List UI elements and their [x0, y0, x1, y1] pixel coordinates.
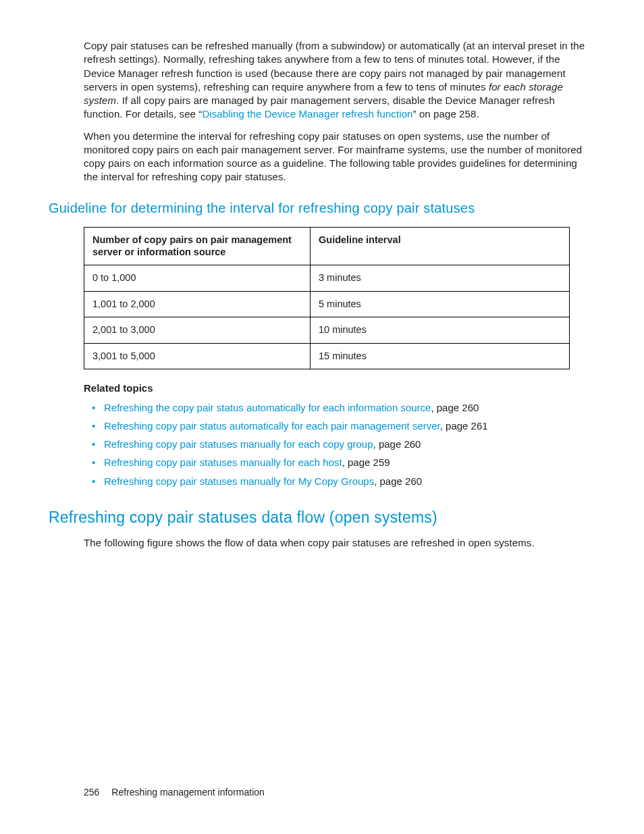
related-link[interactable]: Refreshing copy pair statuses manually f… — [104, 457, 342, 468]
table-cell: 2,001 to 3,000 — [84, 317, 311, 344]
list-item: Refreshing copy pair statuses manually f… — [96, 438, 597, 451]
related-tail: , page 260 — [431, 402, 479, 413]
related-tail: , page 261 — [440, 420, 488, 432]
page-footer: 256Refreshing management information — [84, 786, 265, 799]
table-row: 3,001 to 5,000 15 minutes — [84, 343, 570, 369]
table-cell: 10 minutes — [311, 317, 570, 344]
related-tail: , page 260 — [374, 475, 422, 487]
table-cell: 5 minutes — [311, 291, 570, 317]
link-disabling-refresh[interactable]: Disabling the Device Manager refresh fun… — [202, 108, 412, 120]
table-row: 0 to 1,000 3 minutes — [84, 265, 570, 292]
related-link[interactable]: Refreshing copy pair statuses manually f… — [104, 438, 373, 450]
document-page: Copy pair statuses can be refreshed manu… — [0, 0, 644, 834]
heading-data-flow: Refreshing copy pair statuses data flow … — [49, 507, 597, 528]
related-link[interactable]: Refreshing the copy pair status automati… — [104, 402, 431, 413]
paragraph-2: When you determine the interval for refr… — [84, 130, 594, 184]
table-cell: 0 to 1,000 — [84, 265, 311, 292]
related-topics-heading: Related topics — [84, 382, 597, 395]
para1-text3: ” on page 258. — [413, 108, 479, 120]
list-item: Refreshing copy pair status automaticall… — [96, 419, 597, 433]
table-cell: 3,001 to 5,000 — [84, 343, 311, 369]
paragraph-block-3: The following figure shows the flow of d… — [84, 536, 594, 550]
table-cell: 1,001 to 2,000 — [84, 291, 311, 317]
paragraph-3: The following figure shows the flow of d… — [84, 536, 594, 550]
heading-guideline-interval: Guideline for determining the interval f… — [49, 199, 597, 217]
paragraph-block-1: Copy pair statuses can be refreshed manu… — [84, 39, 594, 184]
table-row: 1,001 to 2,000 5 minutes — [84, 291, 570, 317]
guideline-table: Number of copy pairs on pair management … — [84, 227, 570, 370]
footer-title: Refreshing management information — [111, 787, 264, 798]
table-cell: 3 minutes — [311, 265, 570, 292]
related-tail: , page 259 — [342, 457, 390, 468]
paragraph-1: Copy pair statuses can be refreshed manu… — [84, 39, 594, 122]
related-link[interactable]: Refreshing copy pair statuses manually f… — [104, 475, 374, 487]
table-row: 2,001 to 3,000 10 minutes — [84, 317, 570, 344]
table-header-2: Guideline interval — [311, 227, 570, 265]
list-item: Refreshing copy pair statuses manually f… — [96, 456, 597, 469]
related-link[interactable]: Refreshing copy pair status automaticall… — [104, 420, 440, 432]
page-number: 256 — [84, 787, 99, 798]
table-header-1: Number of copy pairs on pair management … — [84, 227, 311, 265]
table-cell: 15 minutes — [311, 343, 570, 369]
related-topics-list: Refreshing the copy pair status automati… — [84, 401, 597, 488]
list-item: Refreshing copy pair statuses manually f… — [96, 475, 597, 488]
table-header-row: Number of copy pairs on pair management … — [84, 227, 570, 265]
list-item: Refreshing the copy pair status automati… — [96, 401, 597, 415]
related-tail: , page 260 — [373, 438, 421, 450]
